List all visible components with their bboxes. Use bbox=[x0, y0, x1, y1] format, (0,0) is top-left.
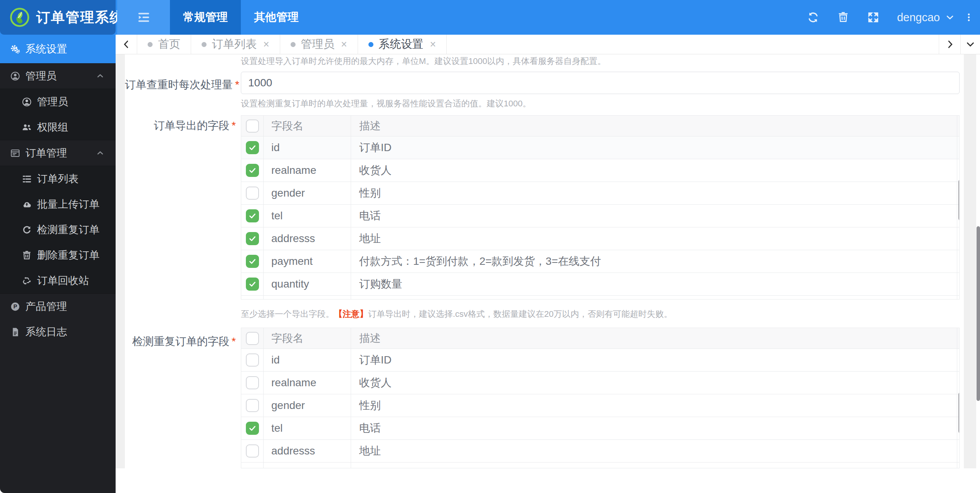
username: dengcao bbox=[897, 11, 940, 24]
tab-label: 管理员 bbox=[301, 37, 335, 52]
field-name-cell: id bbox=[264, 349, 351, 371]
recycle-icon bbox=[22, 276, 32, 286]
field-label-batch-size: 订单查重时每次处理量* bbox=[125, 77, 236, 92]
sidebar-item-label: 删除重复订单 bbox=[37, 248, 99, 262]
required-asterisk: * bbox=[235, 79, 239, 91]
field-name-cell: payment bbox=[264, 250, 351, 273]
top-menu-item[interactable]: 其他管理 bbox=[241, 0, 312, 35]
sidebar-subitem-订单列表[interactable]: 订单列表 bbox=[0, 166, 116, 192]
field-label-text: 订单导出的字段 bbox=[154, 119, 229, 131]
column-header: 描述 bbox=[351, 328, 959, 348]
sidebar-item-系统日志[interactable]: 系统日志 bbox=[0, 319, 116, 345]
column-header: 描述 bbox=[351, 116, 959, 136]
list-icon bbox=[22, 174, 32, 184]
kebab-menu-icon[interactable] bbox=[964, 11, 974, 24]
tab-订单列表[interactable]: 订单列表× bbox=[191, 35, 280, 54]
field-label-text: 检测重复订单的字段 bbox=[132, 335, 229, 347]
settings-form: 设置处理导入订单时允许使用的最大内存，单位M。建议设置1000以内，具体看服务器… bbox=[125, 54, 964, 468]
logo-block: 订单管理系统 bbox=[0, 0, 116, 35]
fullscreen-icon[interactable] bbox=[867, 11, 879, 24]
select-all-checkbox[interactable] bbox=[246, 119, 259, 133]
main-content: 设置处理导入订单时允许使用的最大内存，单位M。建议设置1000以内，具体看服务器… bbox=[116, 54, 980, 493]
tab-close-icon[interactable]: × bbox=[341, 39, 347, 50]
field-name-cell: tel bbox=[264, 417, 351, 439]
refresh-icon bbox=[22, 225, 32, 235]
orders-icon bbox=[10, 148, 20, 158]
main-scrollbar-thumb[interactable] bbox=[977, 226, 980, 401]
batch-size-input[interactable] bbox=[241, 72, 960, 94]
tab-系统设置[interactable]: 系统设置× bbox=[358, 35, 447, 54]
row-checkbox[interactable] bbox=[246, 399, 259, 412]
row-checkbox-cell bbox=[241, 136, 264, 159]
sidebar-subitem-检测重复订单[interactable]: 检测重复订单 bbox=[0, 217, 116, 242]
row-checkbox-cell bbox=[241, 440, 264, 462]
top-menu-item[interactable]: 常规管理 bbox=[170, 0, 241, 35]
sidebar-item-label: 订单列表 bbox=[37, 172, 79, 186]
sidebar-toggle-button[interactable] bbox=[117, 0, 170, 35]
tabs-scroll-right-button[interactable] bbox=[939, 35, 960, 54]
sidebar-item-产品管理[interactable]: P产品管理 bbox=[0, 294, 116, 319]
field-name-cell: tel bbox=[264, 205, 351, 227]
row-checkbox[interactable] bbox=[246, 164, 259, 177]
chevron-up-icon bbox=[96, 148, 105, 158]
sidebar-item-label: 产品管理 bbox=[25, 300, 67, 313]
export-fields-table: 字段名描述id订单IDrealname收货人gender性别tel电话addre… bbox=[241, 115, 960, 300]
trash-icon[interactable] bbox=[837, 11, 849, 24]
select-all-checkbox[interactable] bbox=[246, 332, 259, 345]
top-header: 订单管理系统 常规管理其他管理 bbox=[0, 0, 980, 35]
row-checkbox[interactable] bbox=[246, 376, 259, 389]
tab-close-icon[interactable]: × bbox=[430, 39, 436, 50]
table-header-checkbox-cell bbox=[241, 328, 264, 348]
field-desc-cell: 收货人 bbox=[351, 159, 959, 182]
user-menu[interactable]: dengcao bbox=[897, 11, 955, 24]
row-checkbox-cell bbox=[241, 182, 264, 204]
row-checkbox[interactable] bbox=[246, 187, 259, 200]
chevron-left-icon bbox=[121, 39, 132, 50]
tabs-menu-button[interactable] bbox=[960, 35, 980, 54]
tab-label: 订单列表 bbox=[212, 37, 257, 52]
row-checkbox[interactable] bbox=[246, 255, 259, 268]
sidebar-subitem-权限组[interactable]: 权限组 bbox=[0, 114, 116, 140]
row-checkbox-cell bbox=[241, 349, 264, 371]
row-checkbox[interactable] bbox=[246, 209, 259, 222]
sidebar-subitem-批量上传订单[interactable]: 批量上传订单 bbox=[0, 192, 116, 217]
table-scrollbar-thumb[interactable] bbox=[958, 392, 960, 434]
user-icon bbox=[10, 71, 20, 81]
table-scrollbar-track bbox=[957, 328, 957, 468]
sidebar-subitem-删除重复订单[interactable]: 删除重复订单 bbox=[0, 242, 116, 268]
row-checkbox[interactable] bbox=[246, 422, 259, 435]
field-desc-cell: 订单ID bbox=[351, 136, 959, 159]
field-label-dup-fields: 检测重复订单的字段* bbox=[125, 334, 236, 349]
tab-status-dot-icon bbox=[202, 42, 207, 47]
tab-首页[interactable]: 首页 bbox=[137, 35, 191, 54]
field-desc-cell: 订购数量 bbox=[351, 273, 959, 295]
sidebar-subitem-订单回收站[interactable]: 订单回收站 bbox=[0, 268, 116, 293]
row-checkbox-cell bbox=[241, 205, 264, 227]
chevron-down-icon bbox=[945, 12, 955, 23]
row-checkbox[interactable] bbox=[246, 141, 259, 154]
table-scrollbar-thumb[interactable] bbox=[958, 179, 960, 221]
column-header: 字段名 bbox=[264, 116, 351, 136]
sidebar-item-系统设置[interactable]: 系统设置 bbox=[0, 35, 116, 63]
table-row: addresss地址 bbox=[241, 227, 959, 250]
sidebar-item-管理员[interactable]: 管理员 bbox=[0, 63, 116, 89]
field-label-export-fields: 订单导出的字段* bbox=[125, 118, 236, 133]
tabs-scroll-left-button[interactable] bbox=[116, 35, 137, 54]
gears-icon bbox=[10, 44, 20, 54]
row-checkbox[interactable] bbox=[246, 444, 259, 458]
product-icon: P bbox=[10, 301, 20, 312]
row-checkbox[interactable] bbox=[246, 278, 259, 291]
field-desc-cell: 地址 bbox=[351, 440, 959, 462]
required-asterisk: * bbox=[232, 119, 236, 131]
table-header-row: 字段名描述 bbox=[241, 328, 959, 349]
row-checkbox[interactable] bbox=[246, 232, 259, 245]
sidebar-item-订单管理[interactable]: 订单管理 bbox=[0, 140, 116, 166]
sidebar-subitem-管理员[interactable]: 管理员 bbox=[0, 89, 116, 114]
tab-管理员[interactable]: 管理员× bbox=[280, 35, 358, 54]
app-title: 订单管理系统 bbox=[36, 8, 124, 27]
refresh-icon[interactable] bbox=[807, 11, 819, 24]
sidebar-submenu: 管理员权限组 bbox=[0, 89, 116, 140]
table-row: realname收货人 bbox=[241, 372, 959, 394]
tab-close-icon[interactable]: × bbox=[263, 39, 269, 50]
row-checkbox[interactable] bbox=[246, 353, 259, 367]
